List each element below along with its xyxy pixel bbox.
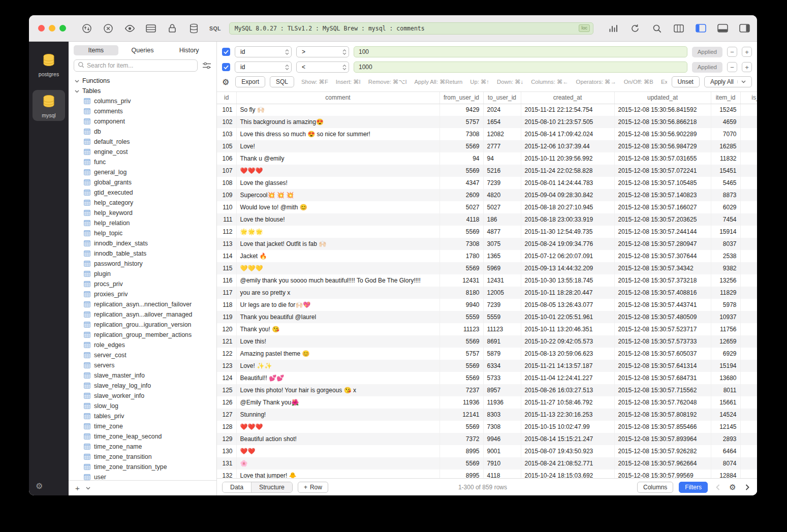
cell-from-user-id[interactable]: 5569 — [439, 165, 483, 177]
cell-comment[interactable]: Love this photo! Your hair is gorgeous 😘… — [236, 384, 439, 396]
table-row[interactable]: 127Stunning!1214183032015-11-13 22:30:16… — [217, 409, 757, 421]
cell-updated-at[interactable]: 2015-12-08 15:30:57.99569 — [614, 470, 711, 478]
sidebar-table-item[interactable]: time_zone — [69, 421, 216, 431]
cell-from-user-id[interactable]: 5027 — [439, 201, 483, 213]
sidebar-table-item[interactable]: replication_group_member_actions — [69, 330, 216, 340]
cell-from-user-id[interactable]: 8995 — [439, 470, 483, 478]
add-item-button[interactable]: + — [75, 484, 80, 492]
filter-enabled-checkbox[interactable] — [222, 48, 230, 56]
cell-from-user-id[interactable]: 9940 — [439, 299, 483, 311]
cell-from-user-id[interactable]: 94 — [439, 152, 483, 165]
sidebar-table-item[interactable]: procs_priv — [69, 279, 216, 289]
cell-from-user-id[interactable]: 7308 — [439, 238, 483, 250]
cell-from-user-id[interactable]: 8995 — [439, 445, 483, 457]
cell-comment[interactable]: Thank you beautiful @laurel — [236, 311, 439, 323]
table-row[interactable]: 114Jacket 🔥178013652015-07-12 06:20:07.0… — [217, 250, 757, 262]
sidebar-table-item[interactable]: replication_asyn...ailover_managed — [69, 309, 216, 320]
cell-created-at[interactable]: 2015-11-04 12:24:41.227 — [521, 372, 614, 384]
toggle-left-panel-icon[interactable] — [695, 23, 706, 34]
cell-comment[interactable]: This background is amazing😍 — [236, 116, 439, 128]
sidebar-table-item[interactable]: general_log — [69, 167, 216, 177]
cell-item-id[interactable]: 11829 — [711, 287, 740, 299]
cell-item-id[interactable]: 7454 — [711, 213, 740, 226]
cell-updated-at[interactable]: 2015-12-08 15:30:57.808192 — [614, 409, 711, 421]
cell-to-user-id[interactable]: 8691 — [483, 335, 521, 348]
cell-to-user-id[interactable]: 7239 — [483, 299, 521, 311]
cell-created-at[interactable]: 2015-08-24 19:09:34.776 — [521, 238, 614, 250]
cell-comment[interactable]: ❤️❤️ — [236, 445, 439, 457]
cell-id[interactable]: 123 — [217, 360, 236, 372]
sidebar-table-item[interactable]: slave_relay_log_info — [69, 381, 216, 391]
cell-to-user-id[interactable]: 12005 — [483, 287, 521, 299]
cell-created-at[interactable]: 2015-08-24 21:08:52.771 — [521, 457, 614, 470]
cell-is-[interactable] — [740, 372, 757, 384]
cell-from-user-id[interactable]: 5569 — [439, 335, 483, 348]
cell-is-[interactable] — [740, 104, 757, 116]
sidebar-search-input[interactable] — [87, 62, 194, 69]
cell-item-id[interactable]: 4659 — [711, 116, 740, 128]
cell-item-id[interactable]: 15451 — [711, 165, 740, 177]
filter-remove-button[interactable]: − — [727, 62, 737, 72]
cell-item-id[interactable]: 7070 — [711, 128, 740, 140]
cell-created-at[interactable]: 2015-11-24 22:02:58.828 — [521, 165, 614, 177]
cell-to-user-id[interactable]: 4820 — [483, 189, 521, 201]
cell-comment[interactable]: Beautiful!! 💕💕 — [236, 372, 439, 384]
table-row[interactable]: 102This background is amazing😍5757165420… — [217, 116, 757, 128]
cell-is-[interactable] — [740, 323, 757, 335]
cell-comment[interactable]: ❤️❤️❤️ — [236, 165, 439, 177]
cell-from-user-id[interactable]: 5569 — [439, 421, 483, 433]
cell-id[interactable]: 121 — [217, 335, 236, 348]
cell-updated-at[interactable]: 2015-12-08 15:30:57.166027 — [614, 201, 711, 213]
cell-comment[interactable]: Love that jumper! 🐥 — [236, 470, 439, 478]
cell-comment[interactable]: you are so pretty x — [236, 287, 439, 299]
sidebar-table-item[interactable]: slave_worker_info — [69, 391, 216, 401]
cell-is-[interactable] — [740, 165, 757, 177]
toggle-bottom-panel-icon[interactable] — [717, 23, 728, 34]
cell-updated-at[interactable]: 2015-12-08 15:30:57.684731 — [614, 372, 711, 384]
cell-is-[interactable] — [740, 287, 757, 299]
cell-from-user-id[interactable]: 12141 — [439, 409, 483, 421]
cell-id[interactable]: 103 — [217, 128, 236, 140]
cell-comment[interactable]: Would love to! @mith 😊 — [236, 201, 439, 213]
table-row[interactable]: 115💛💛💛556959692015-09-13 14:44:32.209201… — [217, 262, 757, 274]
filter-applied-button[interactable]: Applied — [692, 47, 722, 57]
cell-created-at[interactable]: 2015-08-14 15:15:21.247 — [521, 433, 614, 445]
cell-is-[interactable] — [740, 238, 757, 250]
filter-sliders-icon[interactable] — [202, 62, 211, 69]
cell-is-[interactable] — [740, 384, 757, 396]
cell-item-id[interactable]: 15194 — [711, 360, 740, 372]
cell-is-[interactable] — [740, 457, 757, 470]
cell-is-[interactable] — [740, 421, 757, 433]
cell-to-user-id[interactable]: 9001 — [483, 445, 521, 457]
cell-to-user-id[interactable]: 11936 — [483, 396, 521, 409]
tree-section-tables[interactable]: Tables — [69, 86, 216, 96]
sidebar-table-item[interactable]: password_history — [69, 259, 216, 269]
cell-is-[interactable] — [740, 409, 757, 421]
cell-is-[interactable] — [740, 348, 757, 360]
column-header-to-user-id[interactable]: to_user_id — [483, 92, 521, 104]
cell-updated-at[interactable]: 2015-12-08 15:30:57.443741 — [614, 299, 711, 311]
sidebar-table-item[interactable]: replication_asyn...nnection_failover — [69, 299, 216, 309]
cell-to-user-id[interactable]: 12082 — [483, 128, 521, 140]
cell-created-at[interactable]: 2015-10-22 09:42:05.573 — [521, 335, 614, 348]
cell-id[interactable]: 115 — [217, 262, 236, 274]
cell-from-user-id[interactable]: 5569 — [439, 457, 483, 470]
column-header-id[interactable]: id — [217, 92, 236, 104]
table-row[interactable]: 121Love this!556986912015-10-22 09:42:05… — [217, 335, 757, 348]
tab-structure[interactable]: Structure — [251, 482, 292, 492]
cell-is-[interactable] — [740, 311, 757, 323]
cell-created-at[interactable]: 2015-08-18 23:00:33.919 — [521, 213, 614, 226]
cell-updated-at[interactable]: 2015-12-08 15:30:57.641314 — [614, 360, 711, 372]
cell-updated-at[interactable]: 2015-12-08 15:30:56.902289 — [614, 128, 711, 140]
table-row[interactable]: 106Thank u @emily94942015-10-11 20:39:56… — [217, 152, 757, 165]
cell-created-at[interactable]: 2015-07-12 06:20:07.091 — [521, 250, 614, 262]
table-row[interactable]: 125Love this photo! Your hair is gorgeou… — [217, 384, 757, 396]
cell-item-id[interactable]: 12145 — [711, 421, 740, 433]
filter-column-select[interactable]: id — [235, 61, 292, 73]
cell-updated-at[interactable]: 2015-12-08 15:30:57.373218 — [614, 274, 711, 287]
sidebar-table-item[interactable]: global_grants — [69, 177, 216, 187]
table-row[interactable]: 113Love that jacket! Outfit is fab 🙌🏻730… — [217, 238, 757, 250]
sidebar-table-item[interactable]: time_zone_name — [69, 442, 216, 452]
cell-comment[interactable]: 💛💛💛 — [236, 262, 439, 274]
cell-updated-at[interactable]: 2015-12-08 15:30:57.715562 — [614, 384, 711, 396]
